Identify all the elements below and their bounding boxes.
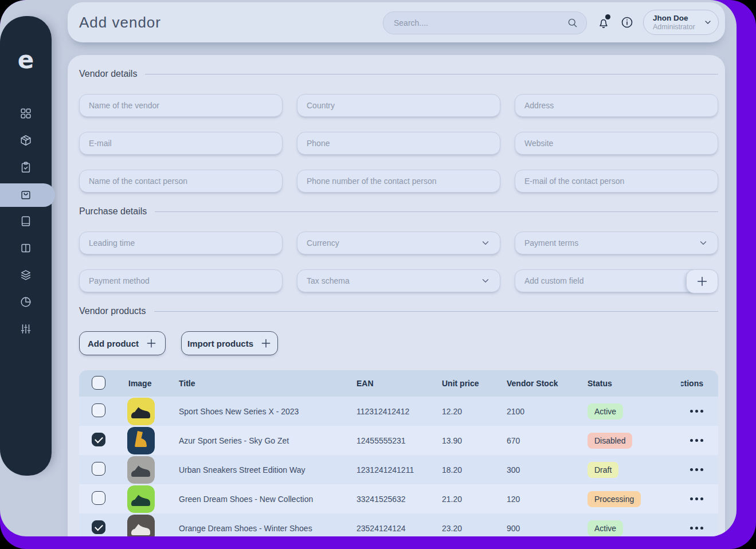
sidebar-item-orders[interactable]: [0, 155, 52, 182]
select-all-checkbox[interactable]: [92, 376, 105, 390]
table-header-row: Image Title EAN Unit price Vendor Stock …: [79, 370, 718, 397]
row-checkbox[interactable]: [92, 462, 105, 476]
contact-email-input[interactable]: [515, 177, 718, 186]
dashboard-grid-icon: [19, 107, 32, 122]
sidebar-item-reports[interactable]: [0, 289, 52, 316]
phone-field: [297, 132, 500, 155]
phone-input[interactable]: [297, 139, 500, 148]
product-title: Orange Dream Shoes - Winter Shoes: [166, 524, 344, 533]
add-product-button[interactable]: Add product: [79, 331, 166, 355]
app-logo: e: [0, 46, 52, 74]
sidebar-item-catalog[interactable]: [0, 209, 52, 236]
sliders-icon: [19, 323, 32, 338]
tax-schema-select[interactable]: Tax schema: [297, 269, 500, 292]
search-input[interactable]: [383, 18, 567, 28]
add-custom-field-button[interactable]: [686, 269, 718, 293]
columns-icon: [19, 242, 32, 257]
status-badge: Processing: [587, 491, 641, 507]
payment-terms-select[interactable]: Payment terms: [515, 232, 718, 254]
purchase-details-section-header: Purchase details: [79, 206, 718, 217]
package-box-icon: [19, 134, 32, 149]
sidebar-item-columns[interactable]: [0, 236, 52, 262]
chevron-down-icon: [480, 238, 491, 248]
column-header-status: Status: [575, 379, 681, 388]
sidebar-item-dashboard[interactable]: [0, 101, 52, 128]
payment-method-field: [79, 269, 283, 292]
vendor-name-input[interactable]: [80, 101, 282, 110]
user-menu[interactable]: Jhon Doe Administrator: [643, 10, 719, 35]
sidebar-item-products[interactable]: [0, 128, 52, 155]
notifications-button[interactable]: [593, 12, 614, 33]
vendor-products-section-header: Vendor products: [79, 306, 718, 316]
header: Add vendor Jhon Doe Administrator: [68, 2, 725, 42]
info-icon: [620, 15, 634, 29]
row-checkbox[interactable]: [92, 491, 105, 505]
row-actions-button[interactable]: [690, 406, 703, 416]
leading-time-input[interactable]: [80, 238, 282, 248]
book-icon: [19, 215, 32, 230]
row-actions-button[interactable]: [690, 465, 703, 475]
product-unit-price: 21.20: [429, 495, 494, 504]
status-badge: Active: [587, 520, 623, 536]
product-title: Sport Shoes New Series X - 2023: [166, 407, 344, 416]
column-header-title: Title: [166, 379, 344, 388]
column-header-ean: EAN: [344, 379, 429, 388]
info-button[interactable]: [617, 12, 637, 33]
website-field: [515, 132, 718, 155]
contact-phone-field: [297, 170, 500, 193]
product-unit-price: 18.20: [429, 465, 494, 475]
product-ean: 12455555231: [344, 436, 429, 445]
layers-icon: [19, 269, 32, 284]
section-divider: [155, 211, 718, 212]
purchase-details-title: Purchase details: [79, 206, 147, 217]
row-actions-button[interactable]: [690, 494, 703, 504]
product-unit-price: 13.90: [429, 436, 494, 445]
product-unit-price: 23.20: [429, 524, 494, 533]
column-header-actions: Actions: [681, 379, 718, 388]
product-ean: 23524124124: [344, 524, 429, 533]
country-field: [297, 94, 500, 117]
column-header-image: Image: [116, 379, 166, 388]
currency-select[interactable]: Currency: [297, 232, 500, 254]
column-header-unit-price: Unit price: [429, 379, 494, 388]
import-products-button[interactable]: Import products: [181, 331, 278, 355]
shopping-bag-icon: [19, 188, 32, 203]
contact-phone-input[interactable]: [297, 177, 500, 186]
row-checkbox[interactable]: [92, 433, 105, 446]
search-bar[interactable]: [383, 11, 587, 34]
sidebar-item-layers[interactable]: [0, 262, 52, 289]
product-title: Urban Sneakers Street Edition Way: [166, 465, 344, 475]
address-input[interactable]: [515, 101, 718, 110]
page-title: Add vendor: [79, 14, 161, 32]
row-actions-button[interactable]: [690, 523, 703, 533]
sidebar-nav: [0, 101, 52, 343]
chevron-down-icon: [480, 276, 491, 286]
sidebar-item-settings[interactable]: [0, 316, 52, 343]
country-input[interactable]: [297, 101, 500, 110]
product-vendor-stock: 2100: [494, 407, 575, 416]
payment-method-input[interactable]: [80, 276, 282, 285]
row-actions-button[interactable]: [690, 436, 703, 445]
section-divider: [154, 311, 718, 312]
table-row: Urban Sneakers Street Edition Way 123124…: [79, 455, 718, 484]
contact-email-field: [515, 170, 718, 193]
table-row: Azur Sport Series - Sky Go Zet 124555552…: [79, 426, 718, 455]
product-title: Green Dream Shoes - New Collection: [166, 495, 344, 504]
vendor-name-field: [79, 94, 283, 117]
sidebar-item-vendors[interactable]: [0, 182, 52, 209]
pie-chart-icon: [19, 296, 32, 311]
product-image: [127, 456, 155, 484]
plus-icon: [696, 275, 708, 288]
product-image: [127, 427, 155, 454]
row-checkbox[interactable]: [92, 403, 105, 417]
product-image: [127, 485, 155, 513]
product-vendor-stock: 900: [494, 524, 575, 533]
vendor-products-title: Vendor products: [79, 306, 146, 316]
email-input[interactable]: [80, 139, 282, 148]
email-field: [79, 132, 283, 155]
contact-name-input[interactable]: [80, 177, 282, 186]
search-icon: [567, 17, 578, 29]
row-checkbox[interactable]: [92, 520, 105, 534]
website-input[interactable]: [515, 139, 718, 148]
address-field: [515, 94, 718, 117]
